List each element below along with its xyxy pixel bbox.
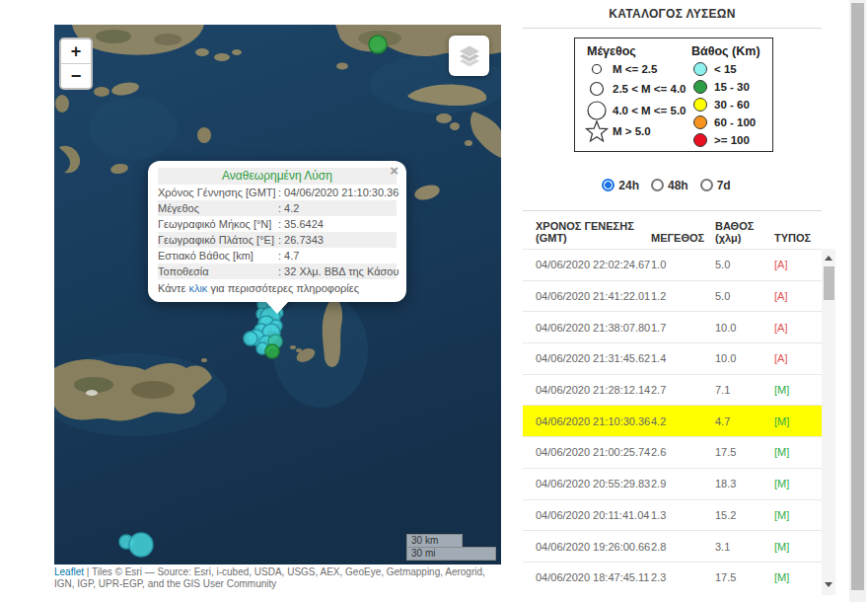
cell-depth: 17.5	[710, 446, 771, 458]
earthquake-popup: × Αναθεωρημένη Λύση Χρόνος Γέννησης [GMT…	[148, 161, 406, 302]
layers-control[interactable]	[449, 36, 489, 76]
popup-row-value: : 26.7343	[278, 232, 397, 248]
magnitude-star-icon	[587, 121, 608, 141]
cell-type: [M]	[771, 415, 822, 427]
cell-time: 04/06/2020 19:26:00.66	[523, 541, 646, 553]
cell-type: [M]	[771, 541, 822, 553]
scroll-down-button[interactable]	[822, 577, 835, 591]
table-row[interactable]: 04/06/2020 21:38:07.801.710.0[A]	[523, 311, 822, 342]
table-row[interactable]: 04/06/2020 22:02:24.671.05.0[A]	[523, 249, 822, 280]
radio-24h-label[interactable]: 24h	[618, 179, 639, 192]
magnitude-circle-medium-icon	[591, 83, 604, 96]
zoom-control: + −	[59, 38, 93, 90]
svg-text:4.0 < M <= 5.0: 4.0 < M <= 5.0	[613, 105, 686, 116]
table-row[interactable]: 04/06/2020 20:55:29.832.918.3[M]	[523, 468, 822, 499]
svg-text:< 15: < 15	[714, 63, 737, 75]
radio-7d[interactable]	[700, 179, 713, 191]
table-row[interactable]: 04/06/2020 21:41:22.011.25.0[A]	[523, 280, 822, 312]
divider	[523, 210, 822, 211]
svg-text:>= 100: >= 100	[714, 134, 750, 146]
catalog-panel: ΚΑΤΑΛΟΓΟΣ ΛΥΣΕΩΝ Μέγεθος M <= 2.5 2.5 < …	[523, 0, 835, 602]
cell-depth: 10.0	[710, 322, 771, 334]
popup-rows: Χρόνος Γέννησης [GMT]: 04/06/2020 21:10:…	[158, 185, 397, 279]
depth-swatch-icon	[694, 81, 707, 94]
cell-type: [M]	[771, 478, 822, 489]
cell-depth: 5.0	[710, 259, 771, 270]
table-scrollbar-thumb[interactable]	[824, 266, 834, 300]
cell-time: 04/06/2020 21:41:22.01	[523, 290, 646, 302]
legend: Μέγεθος M <= 2.5 2.5 < M <= 4.0 4.0 < M …	[574, 38, 773, 152]
svg-text:Μέγεθος: Μέγεθος	[587, 44, 636, 58]
cell-magnitude: 2.6	[646, 446, 710, 458]
earthquake-marker[interactable]	[129, 533, 153, 557]
scale-mi: 30 mi	[406, 547, 496, 561]
zoom-in-button[interactable]: +	[61, 39, 91, 63]
cell-time: 04/06/2020 18:47:45.11	[523, 571, 646, 583]
popup-title: Αναθεωρημένη Λύση	[158, 168, 397, 185]
cell-time: 04/06/2020 21:00:25.74	[523, 446, 646, 458]
panel-title: ΚΑΤΑΛΟΓΟΣ ΛΥΣΕΩΝ	[523, 7, 822, 21]
table-row[interactable]: 04/06/2020 20:11:41.041.315.2[M]	[523, 499, 822, 531]
cell-time: 04/06/2020 20:11:41.04	[523, 509, 646, 521]
table-row[interactable]: 04/06/2020 19:26:00.662.83.1[M]	[523, 530, 822, 562]
popup-footer: Κάντε κλικ για περισσότερες πληροφορίες	[158, 279, 397, 297]
cell-depth: 7.1	[710, 384, 771, 396]
cell-time: 04/06/2020 21:28:12.14	[523, 384, 646, 396]
cell-magnitude: 4.2	[646, 415, 710, 427]
table-row[interactable]: 04/06/2020 18:47:45.112.317.5[M]	[523, 562, 822, 593]
table-row[interactable]: 04/06/2020 21:28:12.142.77.1[M]	[523, 374, 822, 406]
page-scrollbar-thumb[interactable]	[851, 3, 864, 590]
popup-row-label: Μέγεθος	[158, 200, 278, 216]
cell-time: 04/06/2020 21:38:07.80	[523, 322, 646, 334]
popup-row-label: Τοποθεσία	[158, 263, 278, 279]
cell-type: [M]	[771, 509, 822, 521]
cell-time: 04/06/2020 21:10:30.36	[523, 415, 646, 427]
popup-more-info-link[interactable]: κλικ	[188, 282, 207, 294]
popup-row-label: Χρόνος Γέννησης [GMT]	[158, 185, 278, 200]
popup-row: Χρόνος Γέννησης [GMT]: 04/06/2020 21:10:…	[158, 185, 397, 200]
radio-7d-label[interactable]: 7d	[717, 179, 731, 192]
popup-row-value: : 4.2	[278, 200, 397, 216]
cell-magnitude: 1.3	[646, 509, 710, 521]
table-row[interactable]: 04/06/2020 21:10:30.364.24.7[M]	[523, 405, 822, 436]
popup-row-value: : 4.7	[278, 248, 397, 263]
svg-text:30 - 60: 30 - 60	[714, 99, 750, 111]
map-scale-control: 30 km 30 mi	[406, 534, 496, 561]
popup-row: Γεωγραφικό Πλάτος [°E]: 26.7343	[158, 232, 397, 248]
popup-row: Γεωγραφικό Μήκος [°N]: 35.6424	[158, 216, 397, 232]
earthquake-marker[interactable]	[265, 344, 279, 358]
svg-text:M <= 2.5: M <= 2.5	[613, 63, 658, 75]
cell-depth: 4.7	[710, 415, 771, 427]
svg-text:15 - 30: 15 - 30	[714, 81, 750, 93]
popup-row-value: : 04/06/2020 21:10:30.36	[278, 185, 398, 200]
zoom-out-button[interactable]: −	[61, 63, 91, 88]
table-row[interactable]: 04/06/2020 21:00:25.742.617.5[M]	[523, 436, 822, 468]
magnitude-circle-small-icon	[593, 65, 602, 74]
cell-magnitude: 1.0	[646, 259, 710, 270]
cell-depth: 5.0	[710, 290, 771, 302]
earthquake-marker[interactable]	[369, 36, 387, 53]
svg-text:60 - 100: 60 - 100	[714, 116, 756, 128]
earthquake-marker[interactable]	[244, 332, 257, 345]
cell-time: 04/06/2020 21:31:45.62	[523, 352, 646, 364]
scroll-up-button[interactable]	[822, 251, 835, 264]
page-scrollbar[interactable]	[849, 0, 866, 602]
table-row[interactable]: 04/06/2020 21:31:45.621.410.0[A]	[523, 342, 822, 374]
leaflet-link[interactable]: Leaflet	[54, 566, 84, 577]
time-filter-group: 24h48h7d	[523, 179, 822, 192]
popup-row-value: : 32 Χλμ. ΒΒΔ της Κάσου	[278, 263, 398, 279]
cell-magnitude: 1.2	[646, 290, 710, 302]
catalog-rows: 04/06/2020 22:02:24.671.05.0[A]04/06/202…	[523, 249, 822, 593]
cell-magnitude: 1.7	[646, 322, 710, 334]
popup-close-icon[interactable]: ×	[390, 163, 398, 178]
table-scrollbar[interactable]	[822, 249, 835, 595]
legend-graphic: Μέγεθος M <= 2.5 2.5 < M <= 4.0 4.0 < M …	[575, 38, 770, 149]
earthquake-monitor-app: 30 km 30 mi + − × Αναθεωρημένη Λύση Χρόν…	[0, 0, 868, 602]
radio-48h-label[interactable]: 48h	[668, 179, 688, 192]
radio-48h[interactable]	[651, 179, 664, 191]
cell-magnitude: 2.3	[646, 571, 710, 583]
catalog-table-header: ΧΡΟΝΟΣ ΓΕΝΕΣΗΣ(GMT) ΜΕΓΕΘΟΣ ΒΑΘΟΣ(χλμ) Τ…	[523, 215, 822, 247]
radio-24h[interactable]	[602, 179, 615, 191]
depth-swatch-icon	[694, 116, 707, 129]
popup-row-value: : 35.6424	[278, 216, 397, 232]
